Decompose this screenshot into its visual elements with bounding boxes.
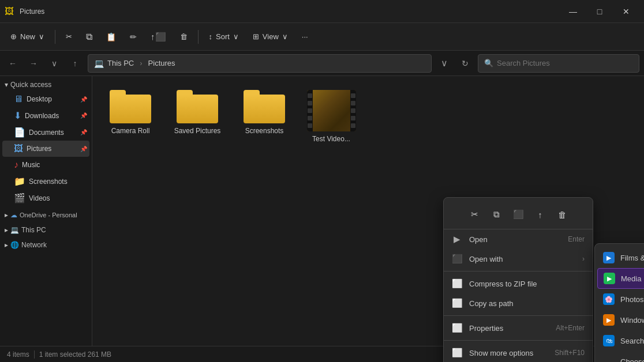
- folder-saved-pictures[interactable]: Saved Pictures: [169, 85, 226, 148]
- photos-icon: 🌸: [603, 293, 615, 305]
- minimize-button[interactable]: —: [560, 0, 586, 23]
- view-button[interactable]: ⊞ View ∨: [247, 29, 294, 44]
- sidebar-item-desktop[interactable]: 🖥 Desktop 📌: [2, 91, 89, 107]
- thispc-header[interactable]: ▸ 💻 This PC: [0, 224, 92, 236]
- cm-compress-label: Compress to ZIP file: [469, 280, 537, 288]
- folder-camera-roll[interactable]: Camera Roll: [102, 85, 159, 148]
- documents-icon: 📄: [14, 127, 25, 138]
- cm-show-more-shortcut: Shift+F10: [555, 349, 585, 357]
- cm-open[interactable]: ▶ Open Enter: [444, 229, 593, 249]
- new-button[interactable]: ⊕ New ∨: [5, 29, 50, 44]
- submenu-store-search[interactable]: 🛍 Search the Microsoft Store: [595, 330, 644, 351]
- toolbar-separator-2: [198, 30, 199, 44]
- quick-access-section: ▾ Quick access 🖥 Desktop 📌 ⬇ Downloads 📌…: [0, 78, 92, 206]
- choose-another-label: Choose another app: [620, 357, 644, 363]
- search-bar[interactable]: 🔍: [478, 54, 639, 73]
- up-button[interactable]: ↑: [67, 55, 83, 71]
- sort-button[interactable]: ↕ Sort ∨: [203, 29, 245, 44]
- cm-open-with[interactable]: ⬛ Open with ›: [444, 249, 593, 269]
- cm-show-more-label: Show more options: [469, 349, 533, 357]
- delete-button[interactable]: 🗑: [174, 29, 193, 44]
- cm-cut-button[interactable]: ✂: [465, 205, 484, 224]
- share-button[interactable]: ↑⬛: [145, 28, 172, 46]
- film-strip-left: [307, 90, 313, 131]
- close-button[interactable]: ✕: [613, 0, 639, 23]
- videos-icon: 🎬: [14, 193, 25, 203]
- folder-screenshots[interactable]: Screenshots: [235, 85, 293, 148]
- music-icon: ♪: [14, 160, 18, 170]
- selected-info: 1 item selected 261 MB: [39, 350, 111, 359]
- address-bar[interactable]: 💻 This PC › Pictures: [88, 54, 432, 73]
- cm-share-button[interactable]: ↑: [530, 205, 550, 224]
- sidebar-item-videos[interactable]: 🎬 Videos: [2, 190, 89, 206]
- submenu-photos[interactable]: 🌸 Photos: [595, 289, 644, 310]
- cm-open-with-icon: ⬛: [452, 254, 462, 264]
- submenu-media-player[interactable]: ▶ Media Player: [597, 268, 644, 289]
- quick-access-label: Quick access: [10, 81, 51, 89]
- cm-paste-button[interactable]: ⬛: [508, 205, 528, 224]
- sort-icon: ↕: [209, 32, 213, 41]
- cm-delete-button[interactable]: 🗑: [552, 205, 572, 224]
- desktop-icon: 🖥: [14, 94, 23, 104]
- context-menu-toolbar: ✂ ⧉ ⬛ ↑ 🗑: [444, 201, 593, 229]
- saved-pictures-icon: [177, 90, 218, 123]
- address-dropdown-btn[interactable]: ∨: [436, 55, 452, 71]
- paste-button[interactable]: 📋: [100, 29, 122, 45]
- cm-show-more[interactable]: ⬜ Show more options Shift+F10: [444, 343, 593, 362]
- submenu-windows-media-player[interactable]: ▶ Windows Media Player: [595, 310, 644, 330]
- cm-show-more-icon: ⬜: [452, 348, 462, 358]
- cm-compress[interactable]: ⬜ Compress to ZIP file: [444, 274, 593, 293]
- new-dropdown-icon: ∨: [39, 32, 44, 41]
- forward-button[interactable]: →: [25, 55, 42, 71]
- rename-icon: ✏: [130, 32, 137, 42]
- submenu-films-tv[interactable]: ▶ Films & TV: [595, 247, 644, 268]
- sidebar-item-downloads[interactable]: ⬇ Downloads 📌: [2, 107, 89, 124]
- sidebar-item-documents[interactable]: 📄 Documents 📌: [2, 124, 89, 141]
- toolbar-separator-1: [55, 30, 55, 44]
- refresh-button[interactable]: ↻: [457, 55, 473, 71]
- maximize-button[interactable]: □: [586, 0, 613, 23]
- onedrive-icon: ☁: [10, 211, 17, 219]
- pictures-icon: 🖼: [14, 144, 23, 154]
- pin-icon-downloads: 📌: [80, 112, 87, 119]
- cm-open-with-arrow: ›: [582, 255, 585, 263]
- search-input[interactable]: [497, 59, 633, 67]
- search-icon: 🔍: [484, 59, 493, 67]
- sidebar-item-pictures[interactable]: 🖼 Pictures 📌: [2, 141, 89, 157]
- camera-roll-icon: [110, 90, 151, 123]
- cm-properties[interactable]: ⬜ Properties Alt+Enter: [444, 318, 593, 338]
- video-thumbnail: [307, 90, 356, 131]
- cm-copy-path[interactable]: ⬜ Copy as path: [444, 293, 593, 313]
- media-player-icon: ▶: [604, 273, 615, 284]
- thispc-icon: 💻: [10, 226, 19, 234]
- cm-open-label: Open: [469, 235, 488, 244]
- video-label: Test Video...: [312, 135, 350, 143]
- more-icon: ···: [302, 32, 308, 41]
- video-test[interactable]: Test Video...: [302, 85, 360, 148]
- sidebar: ▾ Quick access 🖥 Desktop 📌 ⬇ Downloads 📌…: [0, 76, 92, 346]
- network-header[interactable]: ▸ 🌐 Network: [0, 239, 92, 251]
- sidebar-item-screenshots[interactable]: 📁 Screenshots: [2, 173, 89, 190]
- new-icon: ⊕: [10, 32, 17, 41]
- cm-compress-icon: ⬜: [452, 278, 462, 289]
- breadcrumb-pictures: Pictures: [148, 59, 175, 67]
- media-player-label: Media Player: [621, 274, 644, 283]
- downloads-label: Downloads: [25, 112, 59, 120]
- sidebar-item-music[interactable]: ♪ Music: [2, 157, 89, 173]
- rename-button[interactable]: ✏: [124, 29, 143, 45]
- more-button[interactable]: ···: [296, 29, 314, 44]
- back-button[interactable]: ←: [5, 55, 21, 71]
- cm-separator-3: [444, 340, 593, 341]
- onedrive-header[interactable]: ▸ ☁ OneDrive - Personal: [0, 209, 92, 221]
- dropdown-button[interactable]: ∨: [46, 55, 62, 71]
- quick-access-header[interactable]: ▾ Quick access: [0, 78, 92, 91]
- address-bar-row: ← → ∨ ↑ 💻 This PC › Pictures ∨ ↻ 🔍: [0, 51, 644, 76]
- content-area: Camera Roll Saved Pictures Screenshots: [92, 76, 644, 346]
- submenu-choose-another[interactable]: Choose another app: [595, 351, 644, 362]
- films-tv-icon: ▶: [603, 252, 615, 263]
- toolbar: ⊕ New ∨ ✂ ⧉ 📋 ✏ ↑⬛ 🗑 ↕ Sort ∨ ⊞ View ∨ ·…: [0, 23, 644, 51]
- wmp-icon: ▶: [603, 314, 615, 326]
- cut-button[interactable]: ✂: [60, 29, 78, 44]
- copy-button[interactable]: ⧉: [80, 28, 98, 46]
- cm-copy-button[interactable]: ⧉: [486, 205, 506, 224]
